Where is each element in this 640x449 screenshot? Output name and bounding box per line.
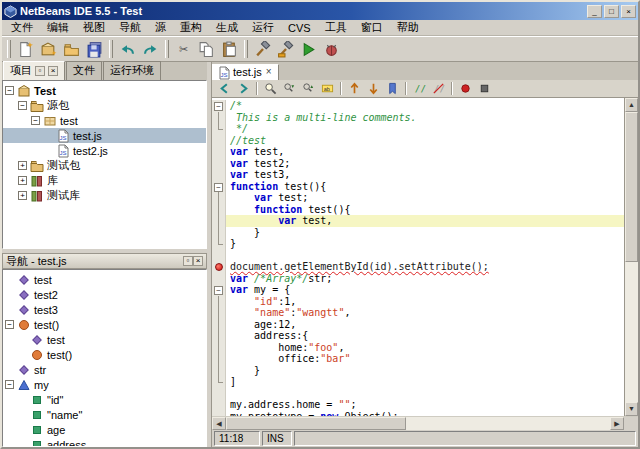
auto-hide-icon[interactable]: ▫ (183, 256, 193, 266)
code-line[interactable]: var /*Array*/str; (212, 273, 624, 285)
code-line[interactable]: } (212, 365, 624, 377)
navigator-tree-item[interactable]: address (3, 437, 206, 447)
close-button[interactable]: × (621, 5, 636, 18)
maximize-button[interactable]: □ (604, 5, 619, 18)
code-line[interactable]: "id":1, (212, 296, 624, 308)
menu-item-3[interactable]: 导航 (112, 19, 148, 36)
menu-item-6[interactable]: 生成 (209, 19, 245, 36)
tab-files[interactable]: 文件 (66, 61, 102, 80)
redo-button[interactable] (139, 38, 162, 61)
toolbar-grip[interactable] (244, 40, 248, 58)
toolbar-grip[interactable] (109, 40, 113, 58)
code-line[interactable]: } (212, 238, 624, 250)
menu-item-4[interactable]: 源 (148, 19, 173, 36)
project-tree-item[interactable]: −源包 (3, 98, 206, 113)
code-line[interactable]: "name":"wangtt", (212, 307, 624, 319)
navigator-tree-item[interactable]: str (3, 362, 206, 377)
forward-button[interactable] (234, 81, 253, 97)
menu-item-9[interactable]: 工具 (318, 19, 354, 36)
horizontal-scroll-thumb[interactable] (226, 417, 406, 430)
code-line[interactable]: function test(){ (212, 204, 624, 216)
close-icon[interactable]: × (48, 66, 58, 76)
menu-item-7[interactable]: 运行 (245, 19, 281, 36)
menu-item-5[interactable]: 重构 (173, 19, 209, 36)
menu-item-2[interactable]: 视图 (76, 19, 112, 36)
code-line[interactable]: my.address.home = ""; (212, 399, 624, 411)
vertical-scrollbar[interactable]: ▲ ▼ (624, 98, 638, 416)
code-line[interactable]: office:"bar" (212, 353, 624, 365)
horizontal-scroll-track[interactable] (226, 417, 610, 430)
previous-bookmark-button[interactable] (345, 81, 364, 97)
project-tree-item[interactable]: +测试库 (3, 188, 206, 203)
code-line[interactable] (212, 388, 624, 400)
title-bar[interactable]: NetBeans IDE 5.5 - Test _ □ × (2, 2, 638, 20)
menu-item-10[interactable]: 窗口 (354, 19, 390, 36)
fold-gutter[interactable]: − (212, 100, 226, 112)
fold-collapse-icon[interactable]: − (214, 183, 223, 192)
back-button[interactable] (215, 81, 234, 97)
project-tree-item[interactable]: −test (3, 113, 206, 128)
code-line[interactable]: ] (212, 376, 624, 388)
navigator-tree-item[interactable]: test() (3, 347, 206, 362)
copy-button[interactable] (195, 38, 218, 61)
navigator-title-bar[interactable]: 导航 - test.js ▫ × (2, 253, 207, 269)
code-line[interactable]: } (212, 227, 624, 239)
run-project-button[interactable] (297, 38, 320, 61)
code-line[interactable]: //test (212, 135, 624, 147)
save-all-button[interactable] (83, 38, 106, 61)
project-tree-item[interactable]: +测试包 (3, 158, 206, 173)
expand-toggle-icon[interactable]: + (18, 176, 27, 185)
code-line[interactable]: document.getElementById(id).setAttribute… (212, 261, 624, 273)
code-line[interactable]: This is a multi-line comments. (212, 112, 624, 124)
code-area[interactable]: −/* This is a multi-line comments. *///t… (212, 98, 624, 416)
undo-button[interactable] (116, 38, 139, 61)
cut-button[interactable]: ✂ (172, 38, 195, 61)
stop-macro-button[interactable] (475, 81, 494, 97)
navigator-tree-item[interactable]: −my (3, 377, 206, 392)
tab-close-icon[interactable]: × (266, 67, 272, 77)
toolbar-grip[interactable] (7, 40, 11, 58)
navigator-tree-item[interactable]: test (3, 272, 206, 287)
code-line[interactable]: var test, (212, 146, 624, 158)
project-tree-item[interactable]: JStest.js (3, 128, 206, 143)
current-code-line[interactable]: var test, (212, 215, 624, 227)
expand-toggle-icon[interactable]: + (18, 191, 27, 200)
navigator-tree-item[interactable]: "name" (3, 407, 206, 422)
horizontal-scrollbar[interactable]: ◀ ▶ (212, 416, 638, 430)
debug-project-button[interactable] (320, 38, 343, 61)
navigator-tree-item[interactable]: test (3, 332, 206, 347)
editor-tab-testjs[interactable]: JS test.js × (212, 64, 279, 80)
collapse-toggle-icon[interactable]: − (18, 101, 27, 110)
build-project-button[interactable] (251, 38, 274, 61)
scroll-right-icon[interactable]: ▶ (610, 417, 624, 430)
code-line[interactable]: address:{ (212, 330, 624, 342)
code-line[interactable]: home:"foo", (212, 342, 624, 354)
comment-button[interactable]: // (410, 81, 429, 97)
menu-item-1[interactable]: 编辑 (40, 19, 76, 36)
navigator-tree-item[interactable]: "id" (3, 392, 206, 407)
code-line[interactable]: −function test(){ (212, 181, 624, 193)
toggle-bookmark-button[interactable] (383, 81, 402, 97)
paste-button[interactable] (218, 38, 241, 61)
code-line[interactable] (212, 250, 624, 262)
collapse-toggle-icon[interactable]: − (5, 380, 14, 389)
scroll-up-icon[interactable]: ▲ (625, 98, 638, 112)
minimize-button[interactable]: _ (587, 5, 602, 18)
vertical-scroll-thumb[interactable] (625, 112, 638, 262)
scroll-left-icon[interactable]: ◀ (212, 417, 226, 430)
navigator-tree-item[interactable]: age (3, 422, 206, 437)
fold-collapse-icon[interactable]: − (214, 102, 223, 111)
navigator-tree-item[interactable]: test2 (3, 287, 206, 302)
code-line[interactable]: */ (212, 123, 624, 135)
fold-gutter[interactable]: − (212, 181, 226, 193)
find-previous-button[interactable] (299, 81, 318, 97)
close-icon[interactable]: × (193, 256, 203, 266)
find-selection-button[interactable] (261, 81, 280, 97)
tab-projects[interactable]: 项目 ▫ × (3, 61, 65, 80)
tab-runtime[interactable]: 运行环境 (103, 61, 161, 80)
clean-build-button[interactable] (274, 38, 297, 61)
scroll-down-icon[interactable]: ▼ (625, 402, 638, 416)
code-line[interactable]: −/* (212, 100, 624, 112)
menu-item-11[interactable]: 帮助 (390, 19, 426, 36)
collapse-toggle-icon[interactable]: − (5, 86, 14, 95)
